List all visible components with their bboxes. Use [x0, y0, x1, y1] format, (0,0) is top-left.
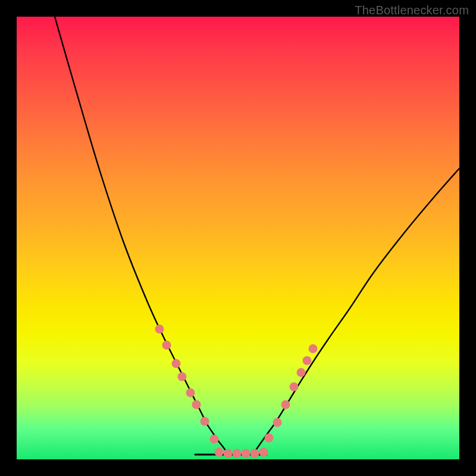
marker-dot — [273, 418, 282, 427]
marker-dot — [259, 448, 268, 457]
marker-dot — [281, 400, 290, 409]
curve-layer — [17, 17, 459, 459]
marker-dot — [192, 400, 201, 409]
marker-dot — [162, 341, 171, 350]
marker-dot — [224, 449, 233, 458]
marker-dot — [265, 434, 274, 443]
marker-dot — [242, 449, 250, 458]
marker-dot — [215, 448, 224, 457]
marker-dot — [250, 449, 259, 458]
watermark-text: TheBottlenecker.com — [355, 4, 469, 17]
marker-dot — [172, 359, 181, 368]
marker-dot — [210, 435, 219, 444]
series-left-curve — [55, 17, 230, 455]
marker-dot — [155, 325, 164, 334]
marker-dot — [290, 383, 299, 392]
marker-dot — [303, 356, 312, 365]
marker-dot — [309, 345, 318, 353]
series-right-curve — [252, 168, 459, 455]
data-markers — [155, 325, 318, 458]
marker-dot — [178, 372, 187, 381]
bottleneck-curve — [55, 17, 459, 455]
chart-frame: TheBottlenecker.com — [0, 0, 476, 476]
marker-dot — [186, 389, 195, 397]
marker-dot — [201, 417, 209, 426]
plot-area — [17, 17, 459, 459]
marker-dot — [297, 368, 306, 377]
marker-dot — [233, 449, 242, 458]
